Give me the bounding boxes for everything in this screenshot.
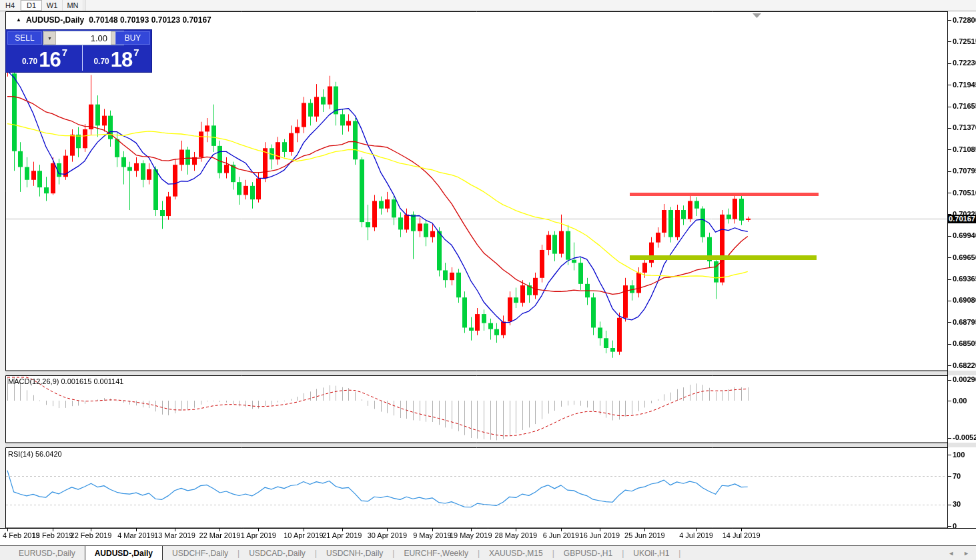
date-axis-tick-label: 19 May 2019 — [450, 531, 492, 539]
price-axis-tick-label: 0.72800 — [953, 16, 976, 24]
buy-price-pipette: 7 — [133, 45, 139, 58]
rsi-axis-tick-label: 0 — [953, 522, 957, 530]
price-axis-tick-label: 0.71945 — [953, 81, 976, 89]
chart-tab-eurusd[interactable]: EURUSD-,Daily — [9, 546, 85, 560]
date-axis-tick-label: 6 Jun 2019 — [543, 531, 579, 539]
date-axis-tick-label: 13 Feb 2019 — [32, 531, 73, 539]
chart-tab-usdcnh[interactable]: USDCNH-,Daily — [317, 546, 392, 560]
date-axis-tick-label: 22 Feb 2019 — [71, 531, 112, 539]
date-axis-tick-label: 16 Jun 2019 — [580, 531, 620, 539]
price-axis-tick-label: 0.70510 — [953, 189, 976, 197]
sell-price-main: 16 — [39, 49, 60, 71]
volume-spinner: ▼ 1.00 ▲ — [43, 31, 124, 45]
timeframe-button-w1[interactable]: W1 — [42, 0, 63, 11]
date-axis-tick-label: 4 Mar 2019 — [117, 531, 155, 539]
date-axis-tick-label: 21 Apr 2019 — [322, 531, 362, 539]
rsi-indicator-label: RSI(14) 56.0420 — [8, 450, 62, 458]
chart-tab-audusd[interactable]: AUDUSD-,Daily — [85, 546, 163, 560]
chart-tab-ukoil[interactable]: UKOil-,H1 — [624, 546, 678, 560]
date-axis-tick-label: 14 Jul 2019 — [722, 531, 761, 539]
date-axis-tick-label: 1 Apr 2019 — [241, 531, 276, 539]
timeframe-button-mn[interactable]: MN — [63, 0, 83, 11]
macd-indicator-label: MACD(12,26,9) 0.001615 0.001141 — [8, 377, 123, 385]
price-axis-tick-label: 0.70795 — [953, 167, 976, 175]
tab-bar-lead-space — [0, 546, 9, 560]
timeframe-button-h4[interactable]: H4 — [0, 0, 21, 11]
price-axis-tick-label: 0.71085 — [953, 145, 976, 153]
date-axis-tick-label: 10 Apr 2019 — [284, 531, 323, 539]
macd-axis-tick-label: 0.00 — [953, 397, 967, 405]
sell-button[interactable]: SELL — [7, 31, 42, 45]
macd-axis-tick-label: 0.002962 — [953, 375, 976, 383]
tab-separator: | — [678, 546, 680, 560]
rsi-axis-tick-label: 100 — [953, 451, 965, 459]
date-axis-tick-label: 30 Apr 2019 — [368, 531, 407, 539]
date-axis-tick-label: 9 May 2019 — [413, 531, 451, 539]
price-axis-tick-label: 0.68505 — [953, 339, 976, 347]
price-axis-tick-label: 0.69650 — [953, 253, 976, 261]
price-axis-tick-label: 0.69940 — [953, 231, 976, 239]
chart-tab-bar: EURUSD-,DailyAUDUSD-,DailyUSDCHF-,Daily|… — [0, 545, 976, 560]
current-price-label: 0.70167 — [948, 215, 976, 223]
one-click-trading-panel: SELL ▼ 1.00 ▲ BUY 0.70 16 7 0.70 18 7 — [5, 29, 152, 73]
macd-axis-tick-label: -0.005255 — [953, 433, 976, 441]
tab-scroll-right-icon[interactable]: ► — [963, 550, 969, 557]
date-axis-tick-label: 13 Mar 2019 — [154, 531, 195, 539]
one-click-collapse-icon[interactable]: ▲ — [16, 17, 21, 23]
price-axis-tick-label: 0.68795 — [953, 318, 976, 326]
sell-price-pipette: 7 — [62, 45, 67, 58]
price-axis-tick-label: 0.72515 — [953, 37, 976, 45]
date-axis-tick-label: 28 May 2019 — [495, 531, 538, 539]
chart-tab-xauusd[interactable]: XAUUSD-,M15 — [480, 546, 552, 560]
chart-canvas[interactable] — [0, 0, 976, 560]
chart-symbol-label: AUDUSD-,Daily — [26, 15, 84, 25]
rsi-axis-tick-label: 30 — [953, 500, 961, 508]
chart-ohlc-values: 0.70148 0.70193 0.70123 0.70167 — [89, 15, 211, 25]
price-axis-tick-label: 0.69080 — [953, 296, 976, 304]
trading-terminal-window: H4D1W1MN ▲ AUDUSD-,Daily 0.70148 0.70193… — [0, 0, 976, 560]
timeframe-button-d1[interactable]: D1 — [21, 0, 42, 11]
date-axis-tick-label: 4 Jul 2019 — [679, 531, 713, 539]
timeframe-toolbar: H4D1W1MN — [0, 0, 976, 11]
volume-decrease-button[interactable]: ▼ — [43, 31, 56, 45]
rsi-axis-tick-label: 70 — [953, 472, 961, 480]
buy-price-main: 18 — [111, 49, 132, 71]
chart-tab-usdcad[interactable]: USDCAD-,Daily — [239, 546, 315, 560]
buy-price-display[interactable]: 0.70 18 7 — [83, 45, 150, 71]
price-axis-tick-label: 0.69365 — [953, 275, 976, 283]
volume-input[interactable]: 1.00 — [56, 31, 111, 45]
toolbar-separator — [85, 0, 85, 11]
chart-title: ▲ AUDUSD-,Daily 0.70148 0.70193 0.70123 … — [16, 15, 211, 25]
chart-tab-gbpusd[interactable]: GBPUSD-,H1 — [554, 546, 622, 560]
trade-panel-top-row: SELL ▼ 1.00 ▲ BUY — [6, 30, 151, 45]
date-axis-tick-label: 22 Mar 2019 — [199, 531, 241, 539]
chart-tab-eurchf[interactable]: EURCHF-,Weekly — [394, 546, 477, 560]
date-axis-tick-label: 25 Jun 2019 — [624, 531, 665, 539]
price-axis-tick-label: 0.68220 — [953, 361, 976, 369]
tab-scroll-left-icon[interactable]: ◄ — [948, 550, 954, 557]
sell-price-display[interactable]: 0.70 16 7 — [7, 45, 83, 71]
tab-scroll-controls: ◄► — [948, 546, 976, 560]
sell-price-prefix: 0.70 — [22, 57, 37, 71]
price-axis-tick-label: 0.71655 — [953, 102, 976, 110]
buy-button[interactable]: BUY — [115, 31, 150, 45]
price-axis-tick-label: 0.71370 — [953, 123, 976, 131]
chart-tab-usdchf[interactable]: USDCHF-,Daily — [163, 546, 237, 560]
buy-price-prefix: 0.70 — [93, 57, 109, 71]
price-axis-tick-label: 0.72230 — [953, 59, 976, 67]
